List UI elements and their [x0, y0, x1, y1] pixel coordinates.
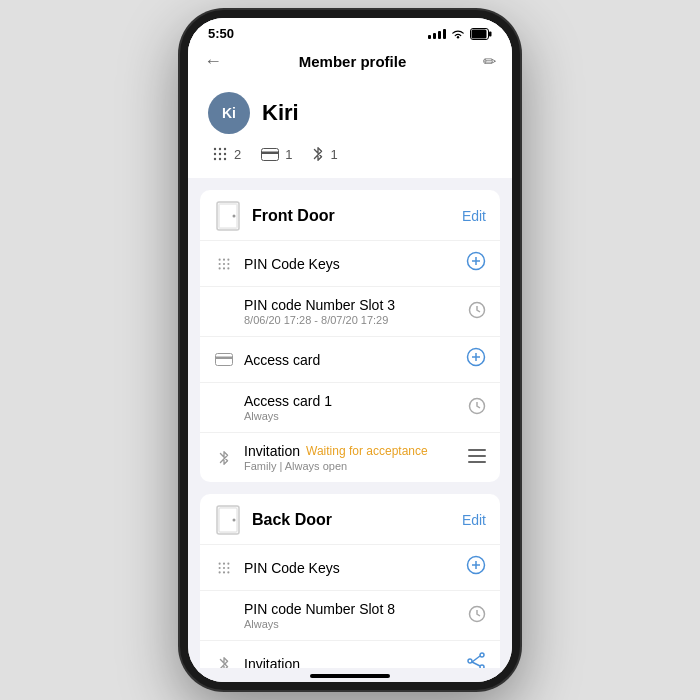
svg-rect-35: [216, 357, 233, 360]
pin-slot-3-clock-icon: [468, 301, 486, 323]
invitation-warning-1: Waiting for acceptance: [306, 444, 428, 458]
stat-bt-count: 1: [330, 147, 337, 162]
home-bar: [310, 674, 390, 678]
pin-slot-8-label: PIN code Number Slot 8: [244, 601, 395, 617]
battery-icon: [470, 28, 492, 40]
svg-point-49: [219, 566, 221, 568]
invitation-label-1: Invitation: [244, 443, 300, 459]
edit-profile-icon[interactable]: ✏: [483, 52, 496, 71]
pin-slot-3-label: PIN code Number Slot 3: [244, 297, 395, 313]
add-pin-button-2[interactable]: [466, 555, 486, 580]
svg-rect-1: [489, 31, 492, 36]
front-door-edit-button[interactable]: Edit: [462, 208, 486, 224]
invitation-left-1: Invitation Waiting for acceptance Family…: [214, 443, 428, 472]
svg-point-47: [223, 562, 225, 564]
svg-rect-2: [472, 29, 487, 38]
back-door-section: Back Door Edit PIN Co: [200, 494, 500, 668]
keypad-row-icon-2: [214, 561, 234, 575]
svg-point-46: [219, 562, 221, 564]
pin-slot-3-left: PIN code Number Slot 3 8/06/20 17:28 - 8…: [244, 297, 395, 326]
wifi-icon: [450, 28, 466, 40]
svg-rect-42: [468, 461, 486, 463]
svg-rect-40: [468, 449, 486, 451]
add-access-card-button[interactable]: [466, 347, 486, 372]
invitation-share-icon-2[interactable]: [466, 651, 486, 668]
invitation-row-1: Invitation Waiting for acceptance Family…: [200, 433, 500, 482]
front-door-header-left: Front Door: [214, 202, 335, 230]
stat-pin-count: 2: [234, 147, 241, 162]
invitation-menu-icon-1[interactable]: [468, 449, 486, 467]
profile-row: Ki Kiri: [208, 92, 492, 134]
access-card-1-row: Access card 1 Always: [200, 383, 500, 433]
svg-point-51: [227, 566, 229, 568]
svg-rect-41: [468, 455, 486, 457]
svg-point-60: [468, 659, 472, 663]
add-pin-button-1[interactable]: [466, 251, 486, 276]
invitation-left-2: Invitation: [214, 656, 300, 669]
bluetooth-row-icon-1: [214, 450, 234, 466]
keypad-row-icon-1: [214, 257, 234, 271]
svg-point-7: [219, 153, 221, 155]
back-door-edit-button[interactable]: Edit: [462, 512, 486, 528]
svg-point-8: [224, 153, 226, 155]
door-icon-back: [214, 506, 242, 534]
svg-point-24: [219, 262, 221, 264]
front-door-section: Front Door Edit PIN C: [200, 190, 500, 482]
svg-point-21: [219, 258, 221, 260]
access-card-1-sublabel: Always: [244, 410, 332, 422]
svg-point-45: [233, 519, 236, 522]
stat-pin: 2: [212, 146, 241, 162]
invitation-label-2: Invitation: [244, 656, 300, 669]
pin-code-keys-label-1: PIN Code Keys: [244, 256, 340, 272]
svg-point-3: [214, 148, 216, 150]
page-title: Member profile: [299, 53, 407, 70]
svg-line-63: [472, 662, 480, 666]
pin-slot-8-sublabel: Always: [244, 618, 395, 630]
back-button[interactable]: ←: [204, 51, 222, 72]
svg-point-10: [219, 158, 221, 160]
access-card-1-clock-icon: [468, 397, 486, 419]
pin-slot-8-row: PIN code Number Slot 8 Always: [200, 591, 500, 641]
svg-point-9: [214, 158, 216, 160]
svg-point-23: [227, 258, 229, 260]
invitation-sublabel-1: Family | Always open: [244, 460, 428, 472]
pin-slot-8-clock-icon: [468, 605, 486, 627]
svg-point-59: [480, 653, 484, 657]
bluetooth-row-icon-2: [214, 656, 234, 669]
nav-bar: ← Member profile ✏: [188, 45, 512, 80]
invitation-row-2: Invitation: [200, 641, 500, 668]
bluetooth-icon: [312, 146, 324, 162]
access-card-1-left: Access card 1 Always: [244, 393, 332, 422]
svg-point-27: [219, 267, 221, 269]
svg-point-22: [223, 258, 225, 260]
svg-point-48: [227, 562, 229, 564]
svg-rect-13: [262, 151, 279, 154]
pin-slot-3-row: PIN code Number Slot 3 8/06/20 17:28 - 8…: [200, 287, 500, 337]
svg-point-28: [223, 267, 225, 269]
svg-point-29: [227, 267, 229, 269]
svg-point-54: [227, 571, 229, 573]
svg-point-16: [233, 215, 236, 218]
stat-bt: 1: [312, 146, 337, 162]
svg-point-4: [219, 148, 221, 150]
door-icon-front: [214, 202, 242, 230]
status-bar: 5:50: [188, 18, 512, 45]
phone-frame: 5:50: [180, 10, 520, 690]
signal-icon: [428, 29, 446, 39]
front-door-title: Front Door: [252, 207, 335, 225]
svg-rect-34: [216, 354, 233, 366]
status-time: 5:50: [208, 26, 234, 41]
access-card-1-label: Access card 1: [244, 393, 332, 409]
access-card-row: Access card: [200, 337, 500, 383]
status-icons: [428, 28, 492, 40]
profile-stats: 2 1 1: [208, 146, 492, 162]
back-door-header-left: Back Door: [214, 506, 332, 534]
svg-point-25: [223, 262, 225, 264]
profile-name: Kiri: [262, 100, 299, 126]
stat-card: 1: [261, 147, 292, 162]
pin-code-keys-left-2: PIN Code Keys: [214, 560, 340, 576]
back-door-header: Back Door Edit: [200, 494, 500, 545]
avatar: Ki: [208, 92, 250, 134]
pin-slot-8-left: PIN code Number Slot 8 Always: [244, 601, 395, 630]
svg-point-50: [223, 566, 225, 568]
